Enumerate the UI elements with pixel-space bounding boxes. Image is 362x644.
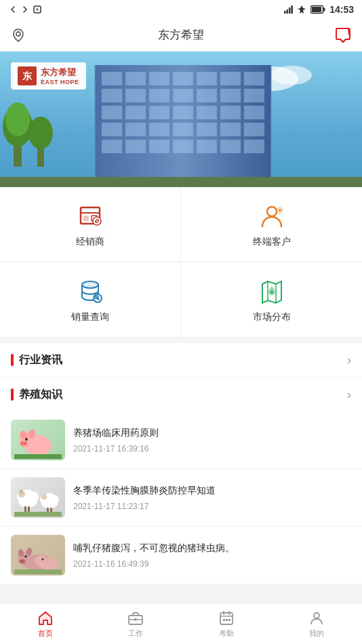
svg-rect-39 — [220, 106, 241, 119]
end-customer-menu-item[interactable]: 终端客户 — [181, 187, 362, 262]
news-title: 哺乳仔猪腹泻，不可忽视的猪球虫病。 — [73, 542, 351, 555]
status-icons-right: 14:53 — [283, 4, 354, 15]
svg-rect-32 — [220, 89, 241, 102]
location-pin-icon — [11, 28, 26, 43]
svg-rect-103 — [14, 512, 62, 517]
pig-thumbnail-illustration — [14, 422, 62, 459]
svg-rect-21 — [125, 72, 146, 85]
svg-rect-57 — [0, 177, 362, 187]
svg-rect-53 — [220, 140, 241, 153]
svg-rect-42 — [125, 123, 146, 136]
svg-point-99 — [49, 495, 59, 504]
message-button[interactable] — [332, 27, 351, 43]
svg-point-9 — [16, 32, 20, 36]
svg-rect-93 — [28, 506, 30, 512]
svg-rect-124 — [226, 619, 228, 621]
svg-rect-22 — [149, 72, 169, 85]
svg-rect-44 — [173, 123, 193, 136]
svg-rect-123 — [223, 619, 225, 621]
nav-mine-item[interactable]: 我的 — [272, 604, 363, 644]
bottom-navigation: 首页 工作 考勤 — [0, 603, 362, 644]
svg-rect-5 — [291, 5, 294, 14]
svg-point-86 — [25, 438, 28, 441]
industry-news-section-header[interactable]: 行业资讯 › — [0, 343, 362, 377]
news-date: 2021-11-17 16:39:16 — [73, 444, 351, 454]
svg-rect-87 — [14, 454, 62, 459]
news-title: 冬季羊传染性胸膜肺炎防控早知道 — [73, 484, 351, 498]
svg-point-18 — [28, 117, 53, 149]
person-nav-icon — [308, 610, 325, 626]
market-dist-label: 市场分布 — [253, 311, 291, 323]
sales-query-menu-item[interactable]: 销量查询 — [0, 262, 181, 337]
farming-section-accent-bar — [11, 388, 14, 401]
status-icons-left: A — [8, 5, 42, 14]
news-date: 2021-11-17 11:23:17 — [73, 502, 351, 511]
svg-rect-25 — [220, 72, 241, 85]
news-thumbnail — [11, 420, 65, 460]
location-button[interactable] — [11, 28, 30, 43]
dealer-label: 经销商 — [76, 236, 104, 248]
svg-point-109 — [20, 560, 22, 561]
nav-attendance-label: 考勤 — [219, 628, 234, 639]
svg-rect-34 — [102, 106, 122, 119]
svg-point-95 — [20, 489, 22, 494]
svg-text:东: 东 — [22, 71, 33, 81]
nav-work-item[interactable]: 工作 — [91, 604, 182, 644]
home-nav-icon — [37, 610, 54, 626]
section-accent-bar — [11, 354, 14, 366]
end-customer-label: 终端客户 — [253, 236, 291, 248]
news-item[interactable]: 哺乳仔猪腹泻，不可忽视的猪球虫病。 2021-11-16 16:49:39 — [0, 527, 362, 584]
svg-rect-45 — [197, 123, 217, 136]
farming-knowledge-section-header[interactable]: 养殖知识 › — [0, 378, 362, 411]
news-item[interactable]: 冬季羊传染性胸膜肺炎防控早知道 2021-11-17 11:23:17 — [0, 469, 362, 527]
east-hope-logo-icon: 东 — [18, 66, 37, 85]
svg-rect-30 — [173, 89, 193, 102]
svg-rect-43 — [149, 123, 169, 136]
sales-query-label: 销量查询 — [71, 311, 109, 323]
news-thumbnail — [11, 477, 65, 518]
status-bar: A 14:53 — [0, 0, 362, 19]
news-content: 哺乳仔猪腹泻，不可忽视的猪球虫病。 2021-11-16 16:49:39 — [73, 542, 351, 569]
market-dist-menu-item[interactable]: 市场分布 — [181, 262, 362, 337]
svg-rect-29 — [149, 89, 169, 102]
svg-point-126 — [314, 613, 319, 618]
svg-rect-37 — [173, 106, 193, 119]
svg-rect-31 — [197, 89, 217, 102]
svg-rect-62 — [83, 216, 89, 221]
industry-news-title: 行业资讯 — [19, 353, 62, 367]
airplane-icon — [297, 5, 306, 14]
feature-menu: 经销商 终端客户 — [0, 187, 362, 338]
news-title: 养猪场临床用药原则 — [73, 426, 351, 440]
svg-rect-119 — [220, 613, 233, 624]
news-thumbnail — [11, 535, 65, 576]
farming-knowledge-arrow-icon: › — [347, 388, 351, 402]
svg-rect-20 — [102, 72, 122, 85]
svg-rect-49 — [125, 140, 146, 153]
svg-rect-3 — [287, 9, 289, 14]
nav-attendance-item[interactable]: 考勤 — [181, 604, 272, 644]
time-display: 14:53 — [329, 4, 354, 15]
svg-point-102 — [41, 494, 47, 500]
briefcase-nav-icon — [127, 610, 144, 626]
news-item[interactable]: 养猪场临床用药原则 2021-11-17 16:39:16 — [0, 411, 362, 469]
logo-text: 东方希望 EAST HOPE — [41, 66, 79, 85]
svg-point-108 — [19, 559, 26, 563]
svg-rect-24 — [197, 72, 217, 85]
dealer-menu-item[interactable]: 经销商 — [0, 187, 181, 262]
svg-point-91 — [28, 491, 39, 502]
svg-point-67 — [267, 207, 277, 216]
svg-rect-36 — [149, 106, 169, 119]
svg-rect-125 — [228, 619, 230, 621]
message-icon — [335, 27, 351, 43]
signal-icon — [283, 5, 293, 14]
nav-home-item[interactable]: 首页 — [0, 604, 91, 644]
svg-rect-2 — [284, 11, 286, 14]
vpn-icon: A — [33, 5, 42, 14]
svg-rect-7 — [312, 7, 321, 12]
logo-en-text: EAST HOPE — [41, 79, 79, 85]
news-content: 冬季羊传染性胸膜肺炎防控早知道 2021-11-17 11:23:17 — [73, 484, 351, 511]
svg-point-118 — [134, 618, 137, 621]
dealer-icon — [75, 201, 105, 230]
svg-point-78 — [270, 291, 273, 294]
svg-rect-33 — [244, 89, 264, 102]
